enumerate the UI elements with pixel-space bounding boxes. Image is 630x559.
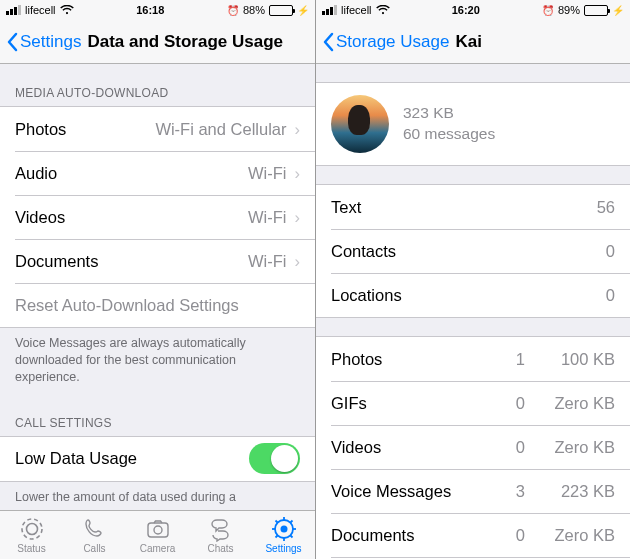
row-value: Wi-Fi	[248, 208, 286, 227]
tab-status[interactable]: Status	[0, 511, 63, 559]
svg-point-0	[22, 519, 42, 539]
row-size: 223 KB	[525, 482, 615, 501]
status-icon	[19, 516, 45, 542]
row-label: Contacts	[331, 242, 396, 261]
status-bar: lifecell 16:20 ⏰ 89% ⚡	[316, 0, 630, 20]
contact-profile-header: 323 KB 60 messages	[316, 82, 630, 166]
row-gifs: GIFs 0 Zero KB	[316, 381, 630, 425]
row-documents: Documents 0 Zero KB	[316, 513, 630, 557]
svg-line-12	[290, 521, 292, 523]
row-label: Low Data Usage	[15, 449, 137, 468]
row-contacts: Contacts 0	[316, 229, 630, 273]
row-photos[interactable]: Photos Wi-Fi and Cellular ›	[0, 107, 315, 151]
row-label: GIFs	[331, 394, 367, 413]
row-value: Wi-Fi	[248, 164, 286, 183]
row-label: Locations	[331, 286, 402, 305]
row-label: Photos	[15, 120, 66, 139]
row-label: Reset Auto-Download Settings	[15, 296, 239, 315]
section-footer-call: Lower the amount of data used during a	[0, 482, 315, 510]
signal-icon	[6, 5, 21, 15]
row-photos: Photos 1 100 KB	[316, 337, 630, 381]
screen-storage-contact: lifecell 16:20 ⏰ 89% ⚡ Storage Usage Kai…	[315, 0, 630, 559]
row-reset-auto-download[interactable]: Reset Auto-Download Settings	[0, 283, 315, 327]
battery-icon	[269, 5, 293, 16]
svg-line-11	[290, 536, 292, 538]
media-auto-download-group: Photos Wi-Fi and Cellular › Audio Wi-Fi …	[0, 106, 315, 328]
wifi-icon	[376, 5, 390, 15]
row-count: 3	[487, 482, 525, 501]
row-label: Text	[331, 198, 361, 217]
carrier-label: lifecell	[25, 4, 56, 16]
row-label: Videos	[331, 438, 381, 457]
row-value: Wi-Fi and Cellular	[155, 120, 286, 139]
signal-icon	[322, 5, 337, 15]
row-voice-messages: Voice Messages 3 223 KB	[316, 469, 630, 513]
chevron-right-icon: ›	[295, 208, 301, 227]
chevron-left-icon	[322, 32, 334, 52]
chevron-right-icon: ›	[295, 164, 301, 183]
nav-bar: Storage Usage Kai	[316, 20, 630, 64]
tab-bar: Status Calls Camera Chats Settings	[0, 510, 315, 559]
tab-camera[interactable]: Camera	[126, 511, 189, 559]
svg-point-1	[26, 524, 37, 535]
content: MEDIA AUTO-DOWNLOAD Photos Wi-Fi and Cel…	[0, 64, 315, 510]
clock: 16:20	[452, 4, 480, 16]
row-count: 0	[487, 394, 525, 413]
row-label: Videos	[15, 208, 65, 227]
row-label: Photos	[331, 350, 382, 369]
tab-label: Calls	[83, 543, 105, 554]
media-size-group: Photos 1 100 KB GIFs 0 Zero KB Videos 0 …	[316, 336, 630, 559]
row-count: 56	[597, 198, 615, 217]
avatar	[331, 95, 389, 153]
alarm-icon: ⏰	[227, 5, 239, 16]
chevron-left-icon	[6, 32, 18, 52]
row-videos: Videos 0 Zero KB	[316, 425, 630, 469]
svg-point-3	[154, 526, 162, 534]
chevron-right-icon: ›	[295, 252, 301, 271]
row-audio[interactable]: Audio Wi-Fi ›	[0, 151, 315, 195]
tab-label: Camera	[140, 543, 176, 554]
row-videos[interactable]: Videos Wi-Fi ›	[0, 195, 315, 239]
battery-pct: 88%	[243, 4, 265, 16]
row-documents[interactable]: Documents Wi-Fi ›	[0, 239, 315, 283]
phone-icon	[82, 516, 108, 542]
row-size: Zero KB	[525, 526, 615, 545]
back-button[interactable]: Storage Usage	[322, 32, 449, 52]
row-text: Text 56	[316, 185, 630, 229]
back-button[interactable]: Settings	[6, 32, 81, 52]
row-count: 0	[606, 242, 615, 261]
row-count: 0	[487, 526, 525, 545]
status-bar: lifecell 16:18 ⏰ 88% ⚡	[0, 0, 315, 20]
row-label: Audio	[15, 164, 57, 183]
camera-icon	[145, 516, 171, 542]
row-value: Wi-Fi	[248, 252, 286, 271]
row-low-data-usage[interactable]: Low Data Usage	[0, 437, 315, 481]
tab-settings[interactable]: Settings	[252, 511, 315, 559]
contact-message-count: 60 messages	[403, 124, 495, 145]
chats-icon	[208, 516, 234, 542]
gear-icon	[271, 516, 297, 542]
tab-label: Chats	[207, 543, 233, 554]
tab-calls[interactable]: Calls	[63, 511, 126, 559]
screen-data-storage: lifecell 16:18 ⏰ 88% ⚡ Settings Data and…	[0, 0, 315, 559]
call-settings-group: Low Data Usage	[0, 436, 315, 482]
row-size: 100 KB	[525, 350, 615, 369]
counts-group: Text 56 Contacts 0 Locations 0	[316, 184, 630, 318]
tab-chats[interactable]: Chats	[189, 511, 252, 559]
back-label: Storage Usage	[336, 32, 449, 52]
chevron-right-icon: ›	[295, 120, 301, 139]
row-label: Documents	[331, 526, 414, 545]
tab-label: Settings	[265, 543, 301, 554]
content: 323 KB 60 messages Text 56 Contacts 0 Lo…	[316, 64, 630, 559]
low-data-toggle[interactable]	[249, 443, 300, 474]
tab-label: Status	[17, 543, 45, 554]
section-footer-media: Voice Messages are always automatically …	[0, 328, 315, 394]
battery-pct: 89%	[558, 4, 580, 16]
carrier-label: lifecell	[341, 4, 372, 16]
row-label: Voice Messages	[331, 482, 451, 501]
charging-icon: ⚡	[612, 5, 624, 16]
wifi-icon	[60, 5, 74, 15]
row-label: Documents	[15, 252, 98, 271]
alarm-icon: ⏰	[542, 5, 554, 16]
row-count: 0	[606, 286, 615, 305]
